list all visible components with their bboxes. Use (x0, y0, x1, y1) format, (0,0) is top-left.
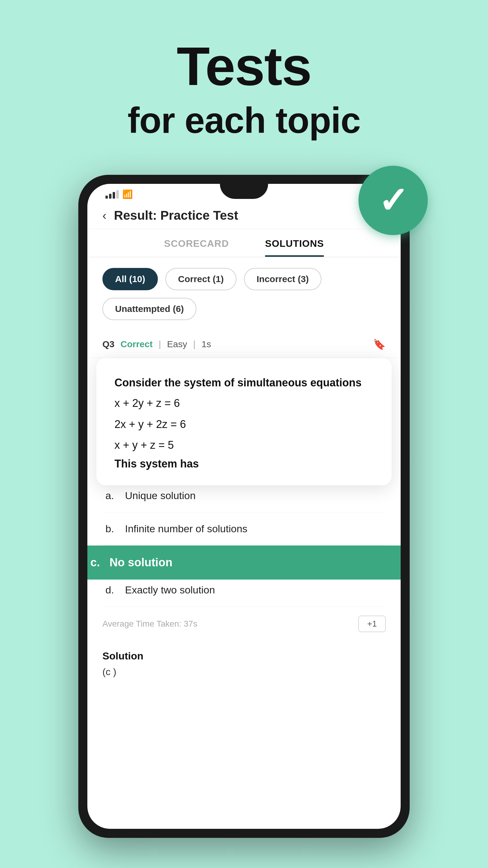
question-meta: Q3 Correct | Easy | 1s (102, 339, 211, 349)
hero-title: Tests (0, 0, 488, 93)
phone-screen: 📶 ★ 1 ‹ Result: Practice Test SCORECARD … (87, 184, 401, 829)
options-area-2: d. Exactly two solution (87, 574, 401, 607)
question-card: Consider the system of simultaneous equa… (96, 358, 392, 485)
plus-one-button[interactable]: +1 (358, 616, 386, 632)
signal-bar-3 (113, 192, 115, 198)
equation-1: x + 2y + z = 6 (115, 395, 373, 412)
question-text: Consider the system of simultaneous equa… (115, 375, 373, 391)
phone-mockup: ✓ 📶 ★ 1 (78, 175, 410, 838)
tabs-row: SCORECARD SOLUTIONS (87, 229, 401, 257)
avg-time-row: Average Time Taken: 37s +1 (87, 607, 401, 641)
option-b-letter: b. (105, 523, 118, 535)
question-number: Q3 (102, 339, 115, 349)
question-prompt: This system has (115, 458, 373, 470)
option-d-letter: d. (105, 584, 118, 596)
checkmark-badge: ✓ (358, 166, 428, 235)
question-time: 1s (201, 339, 211, 349)
signal-bar-2 (109, 194, 111, 198)
tab-solutions[interactable]: SOLUTIONS (265, 238, 324, 257)
screen-title: Result: Practice Test (114, 208, 238, 223)
bookmark-icon[interactable]: 🔖 (373, 338, 386, 350)
screen-content: 📶 ★ 1 ‹ Result: Practice Test SCORECARD … (87, 184, 401, 814)
avg-time-label: Average Time Taken: 37s (102, 619, 197, 629)
option-d[interactable]: d. Exactly two solution (102, 574, 386, 607)
solution-label: Solution (102, 650, 386, 662)
phone-notch (220, 184, 268, 199)
solution-answer: (c ) (102, 666, 386, 678)
option-a-text: Unique solution (125, 490, 195, 501)
option-a-letter: a. (105, 490, 118, 501)
wifi-icon: 📶 (122, 189, 133, 199)
filter-incorrect[interactable]: Incorrect (3) (244, 268, 321, 290)
question-status: Correct (121, 339, 153, 349)
divider-1: | (159, 339, 161, 349)
filter-all[interactable]: All (10) (102, 268, 158, 290)
filter-correct[interactable]: Correct (1) (165, 268, 236, 290)
question-meta-row: Q3 Correct | Easy | 1s 🔖 (87, 331, 401, 358)
option-c-text: No solution (109, 556, 172, 569)
filter-row: All (10) Correct (1) Incorrect (3) Unatt… (87, 257, 401, 331)
checkmark-icon: ✓ (378, 182, 409, 218)
solution-area: Solution (c ) (87, 641, 401, 684)
hero-subtitle: for each topic (0, 99, 488, 141)
equation-2: 2x + y + 2z = 6 (115, 415, 373, 433)
app-header: ‹ Result: Practice Test (87, 202, 401, 229)
signal-bar-1 (105, 195, 108, 198)
status-left: 📶 (105, 189, 133, 199)
option-c-letter: c. (90, 556, 100, 569)
signal-bar-4 (116, 190, 119, 198)
equation-3: x + y + z = 5 (115, 436, 373, 454)
tab-scorecard[interactable]: SCORECARD (164, 238, 229, 257)
option-b[interactable]: b. Infinite number of solutions (102, 513, 386, 546)
options-area: a. Unique solution b. Infinite number of… (87, 479, 401, 546)
question-difficulty: Easy (167, 339, 187, 349)
filter-unattempted[interactable]: Unattempted (6) (102, 298, 196, 320)
option-b-text: Infinite number of solutions (125, 523, 247, 535)
divider-2: | (193, 339, 195, 349)
back-button[interactable]: ‹ (102, 209, 106, 222)
signal-bars-icon (105, 190, 119, 198)
option-d-text: Exactly two solution (125, 584, 215, 596)
